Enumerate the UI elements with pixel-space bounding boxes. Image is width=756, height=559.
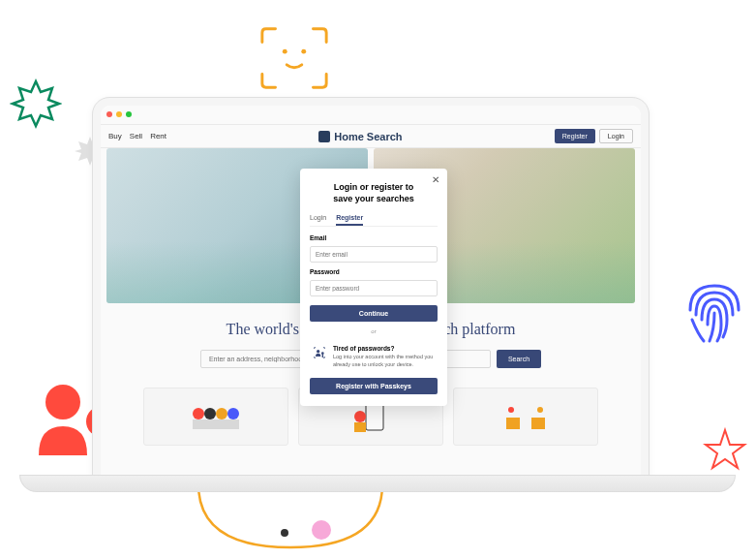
register-passkeys-button[interactable]: Register with Passkeys xyxy=(310,378,438,394)
fingerprint-icon xyxy=(680,271,748,349)
svg-point-2 xyxy=(45,385,80,419)
modal-title: Login or register to save your searches xyxy=(325,182,422,204)
password-label: Password xyxy=(310,268,438,275)
auth-modal: ✕ Login or register to save your searche… xyxy=(300,169,447,406)
svg-point-20 xyxy=(321,353,324,356)
laptop-frame: Buy Sell Rent Home Search Register Login… xyxy=(92,97,650,484)
passkey-description: Log into your account with the method yo… xyxy=(333,354,436,367)
close-button[interactable]: ✕ xyxy=(432,174,439,185)
tab-login[interactable]: Login xyxy=(310,214,326,226)
screen: Buy Sell Rent Home Search Register Login… xyxy=(101,106,641,483)
email-field[interactable] xyxy=(310,246,438,263)
passkey-icon xyxy=(312,345,327,360)
svg-point-0 xyxy=(283,49,287,54)
svg-rect-21 xyxy=(322,355,323,357)
svg-point-1 xyxy=(301,49,306,54)
email-label: Email xyxy=(310,234,438,241)
svg-point-19 xyxy=(317,350,319,353)
star-outline-icon xyxy=(702,426,748,473)
dot-decoration-icon xyxy=(281,529,288,537)
dot-decoration-icon xyxy=(312,520,331,540)
password-field[interactable] xyxy=(310,280,438,296)
star-decoration-icon xyxy=(10,78,62,130)
passkey-title: Tired of passwords? xyxy=(333,345,436,352)
divider-or: or xyxy=(310,328,438,334)
tab-register[interactable]: Register xyxy=(336,214,363,226)
laptop-base xyxy=(19,475,736,492)
passkey-promo: Tired of passwords? Log into your accoun… xyxy=(310,341,438,371)
auth-tabs: Login Register xyxy=(310,214,438,227)
continue-button[interactable]: Continue xyxy=(310,305,438,322)
face-scan-icon xyxy=(257,24,332,92)
